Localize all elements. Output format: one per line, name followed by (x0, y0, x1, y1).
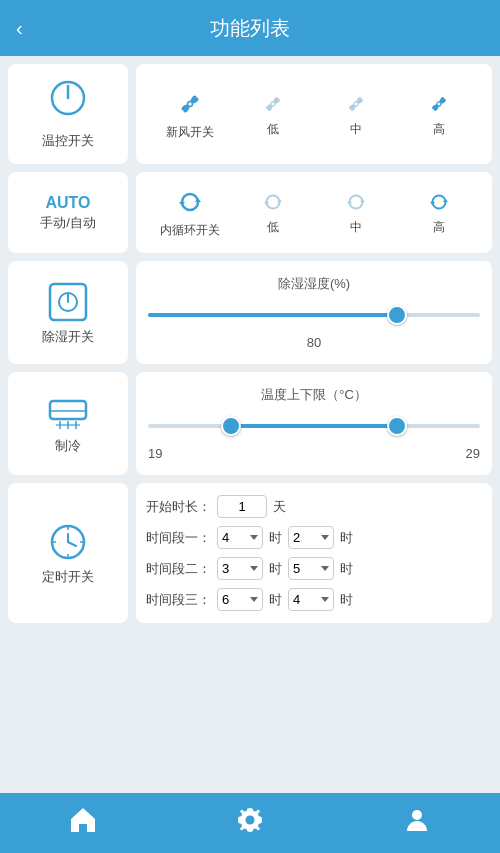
refresh-icon-low (260, 189, 286, 219)
segment1-h2-select[interactable]: 213456 (288, 526, 334, 549)
row1: 温控开关 新风开关 (8, 64, 492, 164)
settings-icon (235, 805, 265, 842)
segment2-h1-unit: 时 (269, 560, 282, 578)
svg-point-33 (246, 815, 255, 824)
row5: 定时开关 开始时长： 天 时间段一： 412356 时 213456 时 (8, 483, 492, 623)
fan-high[interactable]: 高 (397, 91, 480, 138)
fan-low-label: 低 (267, 121, 279, 138)
segment2-h2-unit: 时 (340, 560, 353, 578)
segment2-label: 时间段二： (146, 560, 211, 578)
power-box-icon (46, 280, 90, 328)
duration-label: 开始时长： (146, 498, 211, 516)
refresh-icon-mid (343, 189, 369, 219)
fan-low[interactable]: 低 (231, 91, 314, 138)
temp-control-card[interactable]: 温控开关 (8, 64, 128, 164)
fan-icon-mid (343, 91, 369, 121)
power-icon (48, 78, 88, 124)
segment1-h1-select[interactable]: 412356 (217, 526, 263, 549)
temp-range-title: 温度上下限（°C） (148, 386, 480, 404)
timer-settings-card: 开始时长： 天 时间段一： 412356 时 213456 时 时间段二： (136, 483, 492, 623)
fan-mid[interactable]: 中 (314, 91, 397, 138)
timer-segment-3: 时间段三： 612345 时 412356 时 (146, 588, 482, 611)
refresh-icon-main (174, 186, 206, 222)
fan-icon-high (426, 91, 452, 121)
segment3-h1-select[interactable]: 612345 (217, 588, 263, 611)
circulation-options-card: 内循环开关 低 (136, 172, 492, 253)
svg-point-3 (270, 101, 274, 105)
svg-point-34 (412, 810, 422, 820)
svg-point-4 (353, 101, 357, 105)
row2: AUTO 手动/自动 内循环开关 (8, 172, 492, 253)
cooling-card[interactable]: 制冷 (8, 372, 128, 475)
ac-icon (46, 393, 90, 437)
segment2-h2-select[interactable]: 512346 (288, 557, 334, 580)
row4: 制冷 温度上下限（°C） 19 29 (8, 372, 492, 475)
timer-card[interactable]: 定时开关 (8, 483, 128, 623)
svg-rect-17 (50, 401, 86, 419)
home-icon (68, 805, 98, 842)
fresh-air-label: 新风开关 (166, 124, 214, 141)
timer-segment-2: 时间段二： 312456 时 512346 时 (146, 557, 482, 580)
dehumidify-label: 除湿开关 (42, 328, 94, 346)
fan-mid-label: 中 (350, 121, 362, 138)
nav-profile[interactable] (333, 793, 500, 853)
main-content: 温控开关 新风开关 (0, 56, 500, 793)
dehumidify-card[interactable]: 除湿开关 (8, 261, 128, 364)
humidity-slider-card: 除湿湿度(%) 80 (136, 261, 492, 364)
inner-circ-label: 内循环开关 (160, 222, 220, 239)
segment1-label: 时间段一： (146, 529, 211, 547)
auto-label: AUTO (45, 194, 90, 212)
segment3-h2-select[interactable]: 412356 (288, 588, 334, 611)
header: ‹ 功能列表 (0, 0, 500, 56)
duration-input[interactable] (217, 495, 267, 518)
duration-unit: 天 (273, 498, 286, 516)
duration-row: 开始时长： 天 (146, 495, 482, 518)
circ-mid-label: 中 (350, 219, 362, 236)
svg-point-2 (187, 101, 192, 106)
fan-icon-low (260, 91, 286, 121)
refresh-icon-high (426, 189, 452, 219)
segment3-label: 时间段三： (146, 591, 211, 609)
bottom-nav (0, 793, 500, 853)
circ-low-label: 低 (267, 219, 279, 236)
temp-range-card: 温度上下限（°C） 19 29 (136, 372, 492, 475)
inner-circulation-switch[interactable]: 内循环开关 (148, 186, 231, 239)
circ-high-label: 高 (433, 219, 445, 236)
circ-high[interactable]: 高 (397, 189, 480, 236)
page-title: 功能列表 (210, 15, 290, 42)
svg-line-27 (68, 542, 76, 546)
segment3-h1-unit: 时 (269, 591, 282, 609)
fan-icon-main (174, 88, 206, 124)
circ-low[interactable]: 低 (231, 189, 314, 236)
fresh-air-switch[interactable]: 新风开关 (148, 88, 231, 141)
humidity-thumb[interactable] (387, 305, 407, 325)
timer-label: 定时开关 (42, 568, 94, 586)
segment1-h1-unit: 时 (269, 529, 282, 547)
fan-high-label: 高 (433, 121, 445, 138)
humidity-slider-container[interactable] (148, 303, 480, 327)
temp-min-thumb[interactable] (221, 416, 241, 436)
temp-max-value: 29 (466, 446, 480, 461)
temp-max-thumb[interactable] (387, 416, 407, 436)
temp-range-values: 19 29 (148, 446, 480, 461)
humidity-title: 除湿湿度(%) (148, 275, 480, 293)
clock-icon (46, 520, 90, 568)
row3: 除湿开关 除湿湿度(%) 80 (8, 261, 492, 364)
temp-control-label: 温控开关 (42, 132, 94, 150)
nav-settings[interactable] (167, 793, 334, 853)
nav-home[interactable] (0, 793, 167, 853)
segment2-h1-select[interactable]: 312456 (217, 557, 263, 580)
back-button[interactable]: ‹ (16, 17, 23, 40)
circ-mid[interactable]: 中 (314, 189, 397, 236)
cooling-label: 制冷 (55, 437, 81, 455)
segment3-h2-unit: 时 (340, 591, 353, 609)
auto-manual-card[interactable]: AUTO 手动/自动 (8, 172, 128, 253)
segment1-h2-unit: 时 (340, 529, 353, 547)
svg-point-5 (436, 101, 440, 105)
temp-range-slider[interactable] (148, 414, 480, 438)
manual-auto-label: 手动/自动 (40, 214, 96, 232)
temp-min-value: 19 (148, 446, 162, 461)
fan-options-card: 新风开关 低 (136, 64, 492, 164)
humidity-value: 80 (148, 335, 480, 350)
person-icon (402, 805, 432, 842)
